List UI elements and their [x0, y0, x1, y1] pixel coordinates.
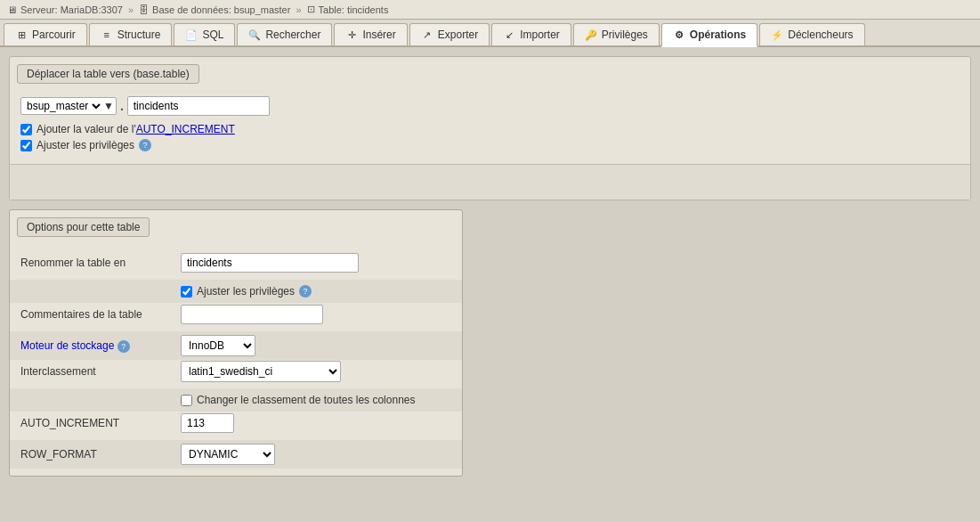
collation-cell: latin1_swedish_ci utf8_general_ci utf8mb…: [181, 361, 451, 382]
tab-triggers-label: Déclencheurs: [788, 29, 853, 41]
tab-export[interactable]: ↗ Exporter: [409, 23, 490, 45]
tab-operations-label: Opérations: [690, 29, 746, 41]
change-collation-label: Changer le classement de toutes les colo…: [197, 394, 415, 406]
tab-triggers[interactable]: ⚡ Déclencheurs: [759, 23, 864, 45]
dropdown-arrow-icon: ▼: [103, 100, 114, 112]
db-selector-row: bsup_master ▼ .: [20, 96, 960, 116]
tab-search-label: Rechercher: [265, 29, 320, 41]
table-name-input[interactable]: [127, 96, 270, 116]
operations-icon: ⚙: [673, 29, 685, 41]
change-collation-checkbox[interactable]: [181, 395, 192, 406]
storage-engine-label-text: Moteur de stockage: [20, 339, 114, 352]
tab-sql-label: SQL: [202, 29, 223, 41]
tab-search[interactable]: 🔍 Rechercher: [237, 23, 332, 45]
browse-icon: ⊞: [15, 29, 28, 41]
structure-icon: ≡: [101, 29, 113, 41]
move-table-title: Déplacer la table vers (base.table): [17, 64, 199, 84]
tab-sql[interactable]: 📄 SQL: [174, 23, 235, 45]
row-format-label: ROW_FORMAT: [20, 448, 181, 461]
change-collation-check-group: Changer le classement de toutes les colo…: [181, 394, 451, 406]
triggers-icon: ⚡: [771, 29, 783, 41]
adjust-privileges-options-label: Ajuster les privilèges: [197, 285, 295, 298]
adjust-privileges-move-label: Ajuster les privilèges: [36, 139, 134, 151]
collation-select[interactable]: latin1_swedish_ci utf8_general_ci utf8mb…: [181, 361, 341, 382]
storage-engine-label: Moteur de stockage ?: [20, 339, 181, 353]
db-select-wrapper[interactable]: bsup_master ▼: [20, 97, 117, 115]
comments-label: Commentaires de la table: [20, 308, 181, 321]
breadcrumb-bar: 🖥 Serveur: MariaDB:3307 » 🗄 Base de donn…: [0, 0, 980, 20]
breadcrumb-server: Serveur: MariaDB:3307: [20, 4, 123, 15]
move-table-section: Déplacer la table vers (base.table) bsup…: [9, 56, 971, 200]
change-collation-row: Changer le classement de toutes les colo…: [10, 388, 462, 412]
collation-label: Interclassement: [20, 365, 181, 378]
export-icon: ↗: [421, 29, 433, 41]
section-divider-area: [10, 164, 970, 200]
auto-increment-checkbox-row: Ajouter la valeur de l'AUTO_INCREMENT: [20, 123, 960, 135]
breadcrumb-table: Table: tincidents: [319, 4, 389, 15]
tab-browse-label: Parcourir: [32, 29, 76, 41]
collation-row: Interclassement latin1_swedish_ci utf8_g…: [20, 360, 451, 383]
tab-import[interactable]: ↙ Importer: [491, 23, 571, 45]
insert-icon: ✛: [345, 29, 358, 41]
tab-insert-label: Insérer: [362, 29, 395, 41]
row-format-cell: DYNAMIC COMPACT FIXED REDUNDANT: [181, 444, 451, 465]
privileges-icon: 🔑: [585, 29, 597, 41]
server-icon: 🖥: [7, 4, 17, 15]
storage-engine-row: Moteur de stockage ? InnoDB MyISAM MEMOR…: [10, 331, 462, 360]
comments-row: Commentaires de la table: [20, 303, 451, 326]
options-section-title: Options pour cette table: [17, 217, 150, 237]
comments-value-cell: [181, 305, 451, 324]
tab-privileges-label: Privilèges: [602, 29, 648, 41]
tab-structure-label: Structure: [117, 29, 161, 41]
row-format-select[interactable]: DYNAMIC COMPACT FIXED REDUNDANT: [181, 444, 275, 465]
storage-engine-select[interactable]: InnoDB MyISAM MEMORY CSV: [181, 335, 255, 356]
adjust-privileges-cell: Ajuster les privilèges ?: [181, 285, 451, 298]
tab-insert[interactable]: ✛ Insérer: [334, 23, 407, 45]
rename-label: Renommer la table en: [20, 257, 181, 269]
table-icon: ⊡: [307, 4, 315, 15]
storage-engine-cell: InnoDB MyISAM MEMORY CSV: [181, 335, 451, 356]
tab-structure[interactable]: ≡ Structure: [89, 23, 173, 45]
move-table-inner: bsup_master ▼ . Ajouter la valeur de l'A…: [10, 91, 970, 164]
tab-browse[interactable]: ⊞ Parcourir: [4, 23, 87, 45]
auto-increment-row: AUTO_INCREMENT: [20, 412, 451, 435]
change-collation-cell: Changer le classement de toutes les colo…: [181, 394, 451, 406]
auto-increment-checkbox[interactable]: [20, 124, 32, 135]
db-select[interactable]: bsup_master: [23, 99, 103, 113]
search-icon: 🔍: [248, 29, 261, 41]
auto-increment-input[interactable]: [181, 413, 234, 433]
tab-privileges[interactable]: 🔑 Privilèges: [573, 23, 660, 45]
options-content: Renommer la table en Ajuster les privilè…: [10, 244, 462, 476]
comments-input[interactable]: [181, 305, 323, 324]
adjust-privileges-move-checkbox[interactable]: [20, 140, 32, 151]
adjust-privileges-checkbox-row: Ajuster les privilèges ?: [20, 139, 960, 151]
auto-increment-cell: [181, 413, 451, 433]
breadcrumb-sep1: »: [128, 4, 134, 15]
row-format-row: ROW_FORMAT DYNAMIC COMPACT FIXED REDUNDA…: [10, 440, 462, 469]
breadcrumb-database: Base de données: bsup_master: [152, 4, 290, 15]
adjust-privileges-options-checkbox[interactable]: [181, 286, 192, 298]
adjust-privileges-check-group: Ajuster les privilèges ?: [181, 285, 451, 298]
nav-tabs: ⊞ Parcourir ≡ Structure 📄 SQL 🔍 Recherch…: [0, 20, 980, 47]
auto-increment-options-label: AUTO_INCREMENT: [20, 417, 181, 429]
rename-row: Renommer la table en: [20, 251, 451, 274]
sql-icon: 📄: [185, 29, 198, 41]
options-section: Options pour cette table Renommer la tab…: [9, 209, 463, 477]
help-icon-move[interactable]: ?: [139, 139, 151, 151]
help-icon-storage[interactable]: ?: [117, 340, 130, 353]
spacer: [9, 200, 971, 209]
main-content: Déplacer la table vers (base.table) bsup…: [0, 47, 980, 485]
tab-export-label: Exporter: [438, 29, 478, 41]
rename-value-cell: [181, 253, 451, 273]
import-icon: ↙: [503, 29, 515, 41]
help-icon-options[interactable]: ?: [299, 285, 312, 298]
database-icon: 🗄: [139, 4, 149, 15]
breadcrumb-sep2: »: [296, 4, 301, 15]
auto-increment-text: AUTO_INCREMENT: [136, 123, 235, 135]
auto-increment-label: Ajouter la valeur de l'AUTO_INCREMENT: [36, 123, 235, 135]
tab-operations[interactable]: ⚙ Opérations: [661, 23, 757, 47]
dot-separator: .: [120, 99, 124, 113]
tab-import-label: Importer: [520, 29, 560, 41]
rename-input[interactable]: [181, 253, 359, 273]
adjust-privileges-row: Ajuster les privilèges ?: [10, 280, 462, 303]
